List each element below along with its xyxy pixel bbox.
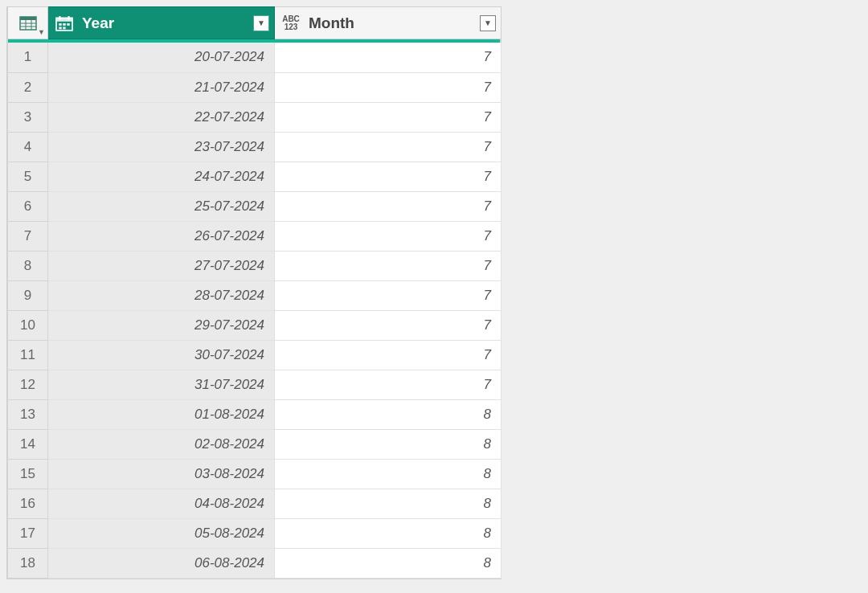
column-filter-dropdown[interactable]: ▼ xyxy=(480,15,496,31)
table-row[interactable]: 1806-08-20248 xyxy=(8,548,502,578)
table-row[interactable]: 423-07-20247 xyxy=(8,132,502,162)
svg-rect-12 xyxy=(67,23,69,26)
chevron-down-icon: ▼ xyxy=(38,28,45,36)
svg-rect-8 xyxy=(59,16,60,19)
row-number[interactable]: 12 xyxy=(8,370,48,399)
table-row[interactable]: 928-07-20247 xyxy=(8,280,502,310)
svg-rect-11 xyxy=(63,23,65,26)
calendar-icon xyxy=(53,14,76,33)
cell-month[interactable]: 7 xyxy=(275,251,502,280)
row-number[interactable]: 3 xyxy=(8,102,48,132)
table-row[interactable]: 625-07-20247 xyxy=(8,191,502,221)
cell-year[interactable]: 04-08-2024 xyxy=(48,489,275,518)
row-number[interactable]: 10 xyxy=(8,310,48,340)
table-row[interactable]: 221-07-20247 xyxy=(8,72,502,102)
row-number[interactable]: 16 xyxy=(8,489,48,518)
row-number[interactable]: 5 xyxy=(8,162,48,191)
table-row[interactable]: 120-07-20247 xyxy=(8,43,502,72)
table-row[interactable]: 1503-08-20248 xyxy=(8,459,502,489)
svg-rect-1 xyxy=(20,17,36,20)
cell-month[interactable]: 7 xyxy=(275,191,502,221)
row-number[interactable]: 18 xyxy=(8,548,48,578)
cell-month[interactable]: 7 xyxy=(275,102,502,132)
row-number[interactable]: 17 xyxy=(8,518,48,548)
table-row[interactable]: 1130-07-20247 xyxy=(8,340,502,370)
select-all-corner[interactable]: ▼ xyxy=(8,7,48,39)
cell-year[interactable]: 23-07-2024 xyxy=(48,132,275,162)
row-number[interactable]: 2 xyxy=(8,72,48,102)
table-row[interactable]: 1705-08-20248 xyxy=(8,518,502,548)
cell-year[interactable]: 25-07-2024 xyxy=(48,191,275,221)
row-number[interactable]: 9 xyxy=(8,280,48,310)
column-filter-dropdown[interactable]: ▼ xyxy=(253,15,269,31)
row-number[interactable]: 8 xyxy=(8,251,48,280)
column-header-month[interactable]: ABC123 Month ▼ xyxy=(275,7,502,39)
table-row[interactable]: 1604-08-20248 xyxy=(8,489,502,518)
column-header-label: Month xyxy=(309,14,473,32)
any-type-icon: ABC123 xyxy=(280,14,302,33)
row-number[interactable]: 1 xyxy=(8,43,48,72)
cell-year[interactable]: 05-08-2024 xyxy=(48,518,275,548)
cell-year[interactable]: 31-07-2024 xyxy=(48,370,275,399)
cell-year[interactable]: 20-07-2024 xyxy=(48,43,275,72)
cell-year[interactable]: 26-07-2024 xyxy=(48,221,275,251)
row-number[interactable]: 6 xyxy=(8,191,48,221)
row-number[interactable]: 4 xyxy=(8,132,48,162)
cell-year[interactable]: 27-07-2024 xyxy=(48,251,275,280)
column-header-label: Year xyxy=(82,14,247,32)
cell-month[interactable]: 7 xyxy=(275,280,502,310)
table-row[interactable]: 1402-08-20248 xyxy=(8,429,502,459)
cell-month[interactable]: 7 xyxy=(275,162,502,191)
row-number[interactable]: 13 xyxy=(8,399,48,429)
query-preview-table: ▼ xyxy=(6,6,502,579)
chevron-down-icon: ▼ xyxy=(484,18,492,27)
cell-month[interactable]: 7 xyxy=(275,132,502,162)
cell-year[interactable]: 22-07-2024 xyxy=(48,102,275,132)
cell-year[interactable]: 21-07-2024 xyxy=(48,72,275,102)
cell-year[interactable]: 06-08-2024 xyxy=(48,548,275,578)
cell-month[interactable]: 7 xyxy=(275,370,502,399)
cell-month[interactable]: 8 xyxy=(275,429,502,459)
cell-year[interactable]: 01-08-2024 xyxy=(48,399,275,429)
cell-year[interactable]: 29-07-2024 xyxy=(48,310,275,340)
table-row[interactable]: 827-07-20247 xyxy=(8,251,502,280)
row-number[interactable]: 14 xyxy=(8,429,48,459)
table-row[interactable]: 322-07-20247 xyxy=(8,102,502,132)
table-row[interactable]: 1231-07-20247 xyxy=(8,370,502,399)
table-row[interactable]: 1301-08-20248 xyxy=(8,399,502,429)
cell-month[interactable]: 7 xyxy=(275,221,502,251)
row-number[interactable]: 15 xyxy=(8,459,48,489)
svg-rect-9 xyxy=(68,16,69,19)
cell-month[interactable]: 8 xyxy=(275,548,502,578)
svg-rect-7 xyxy=(56,18,72,21)
cell-month[interactable]: 8 xyxy=(275,489,502,518)
table-icon xyxy=(19,16,37,31)
svg-rect-14 xyxy=(63,27,65,29)
table-row[interactable]: 524-07-20247 xyxy=(8,162,502,191)
svg-rect-10 xyxy=(59,23,61,26)
table-row[interactable]: 726-07-20247 xyxy=(8,221,502,251)
row-number[interactable]: 7 xyxy=(8,221,48,251)
cell-month[interactable]: 7 xyxy=(275,340,502,370)
svg-rect-13 xyxy=(59,27,61,29)
cell-month[interactable]: 8 xyxy=(275,518,502,548)
cell-month[interactable]: 8 xyxy=(275,459,502,489)
cell-year[interactable]: 03-08-2024 xyxy=(48,459,275,489)
cell-year[interactable]: 02-08-2024 xyxy=(48,429,275,459)
cell-year[interactable]: 24-07-2024 xyxy=(48,162,275,191)
cell-year[interactable]: 30-07-2024 xyxy=(48,340,275,370)
table-row[interactable]: 1029-07-20247 xyxy=(8,310,502,340)
row-number[interactable]: 11 xyxy=(8,340,48,370)
column-header-year[interactable]: Year ▼ xyxy=(48,7,275,39)
cell-year[interactable]: 28-07-2024 xyxy=(48,280,275,310)
chevron-down-icon: ▼ xyxy=(257,18,265,27)
cell-month[interactable]: 7 xyxy=(275,72,502,102)
cell-month[interactable]: 8 xyxy=(275,399,502,429)
cell-month[interactable]: 7 xyxy=(275,43,502,72)
cell-month[interactable]: 7 xyxy=(275,310,502,340)
